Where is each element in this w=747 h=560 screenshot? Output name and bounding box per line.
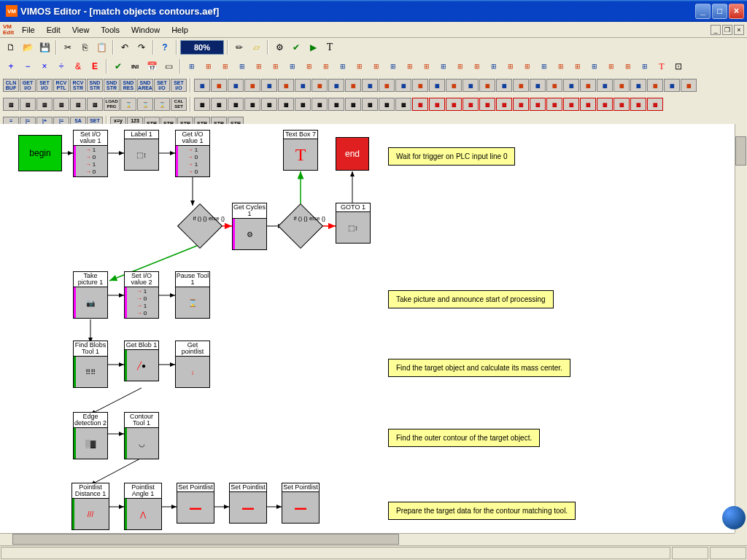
- node-plistangle[interactable]: Pointlist Angle 1⋀: [124, 483, 162, 530]
- mod-grid-23[interactable]: ▦: [580, 79, 596, 92]
- tool-op-6[interactable]: ⊞: [285, 58, 301, 74]
- tool-op-16[interactable]: ⊞: [452, 58, 468, 74]
- t2c-14[interactable]: ▩: [429, 98, 445, 111]
- tool-op-25[interactable]: ⊞: [603, 58, 619, 74]
- node-getcycles[interactable]: Get Cycles 1⚙: [232, 203, 267, 250]
- tool-op-10[interactable]: ⊞: [352, 58, 368, 74]
- mod-grid-14[interactable]: ▦: [429, 79, 445, 92]
- mod-grid-10[interactable]: ▦: [362, 79, 378, 92]
- node-plistdistance[interactable]: Pointlist Distance 1///: [71, 483, 109, 530]
- t2b-1[interactable]: ⌛: [137, 98, 153, 111]
- cut-button[interactable]: ✂: [60, 39, 76, 55]
- t2c-16[interactable]: ▩: [462, 98, 479, 111]
- open-button[interactable]: 📂: [20, 39, 36, 55]
- node-textbox7[interactable]: Text Box 7T: [283, 130, 318, 171]
- settings-button[interactable]: ⚙: [271, 39, 287, 55]
- menu-view[interactable]: View: [66, 24, 96, 36]
- t2c-8[interactable]: ▩: [328, 98, 344, 111]
- mod-grid-24[interactable]: ▦: [597, 79, 613, 92]
- redo-button[interactable]: ↷: [133, 39, 150, 55]
- tool-calendar[interactable]: 📅: [144, 58, 160, 74]
- help-button[interactable]: ?: [157, 39, 173, 55]
- tool-op-23[interactable]: ⊞: [570, 58, 586, 74]
- mdi-close[interactable]: ×: [734, 25, 744, 35]
- t2c-26[interactable]: ▩: [630, 98, 646, 111]
- tool-op-7[interactable]: ⊞: [301, 58, 317, 74]
- t2c-7[interactable]: ▩: [311, 98, 328, 111]
- mod-grid-0[interactable]: ▦: [194, 79, 210, 92]
- tool-op-24[interactable]: ⊞: [587, 58, 603, 74]
- t2-4[interactable]: ▧: [70, 98, 86, 111]
- tool-op-18[interactable]: ⊞: [486, 58, 502, 74]
- t2c-23[interactable]: ▩: [580, 98, 596, 111]
- tool-op-4[interactable]: ⊞: [251, 58, 267, 74]
- tool-sub[interactable]: −: [20, 58, 36, 74]
- t2c-9[interactable]: ▩: [345, 98, 361, 111]
- mod-setio2[interactable]: SETI/O: [154, 79, 170, 92]
- mdi-minimize[interactable]: _: [711, 25, 721, 35]
- t2c-11[interactable]: ▩: [379, 98, 395, 111]
- mod-grid-26[interactable]: ▦: [630, 79, 646, 92]
- mod-grid-1[interactable]: ▦: [211, 79, 227, 92]
- tool-op-1[interactable]: ⊞: [201, 58, 217, 74]
- mod-grid-21[interactable]: ▦: [546, 79, 562, 92]
- tool-mul[interactable]: ×: [36, 58, 53, 74]
- save-button[interactable]: 💾: [36, 39, 53, 55]
- node-setplist2[interactable]: Set Pointlist▬▬: [229, 483, 267, 524]
- menu-help[interactable]: Help: [166, 24, 194, 36]
- node-end[interactable]: end: [336, 137, 369, 171]
- t2c-25[interactable]: ▩: [614, 98, 630, 111]
- tool-op-8[interactable]: ⊞: [318, 58, 334, 74]
- t2c-4[interactable]: ▩: [261, 98, 277, 111]
- t2-3[interactable]: ▧: [53, 98, 69, 111]
- t2-2[interactable]: ▧: [36, 98, 53, 111]
- tool-div[interactable]: ÷: [53, 58, 69, 74]
- mod-grid-5[interactable]: ▦: [278, 79, 294, 92]
- tool-op-0[interactable]: ⊞: [184, 58, 200, 74]
- mod-grid-11[interactable]: ▦: [379, 79, 395, 92]
- paste-button[interactable]: 📋: [93, 39, 109, 55]
- highlight-tool[interactable]: ▱: [248, 39, 264, 55]
- node-contourtool[interactable]: Contour Tool 1◡: [124, 412, 159, 459]
- mod-grid-19[interactable]: ▦: [513, 79, 529, 92]
- tool-op-20[interactable]: ⊞: [519, 58, 535, 74]
- t2c-19[interactable]: ▩: [513, 98, 529, 111]
- t2c-27[interactable]: ▩: [647, 98, 663, 111]
- mod-grid-25[interactable]: ▦: [614, 79, 630, 92]
- t2b-2[interactable]: ⌛: [154, 98, 170, 111]
- tool-ini[interactable]: INI: [127, 58, 143, 74]
- t2c-2[interactable]: ▩: [228, 98, 244, 111]
- mod-calset[interactable]: CALSET: [171, 98, 187, 111]
- tool-op-2[interactable]: ⊞: [217, 58, 233, 74]
- t2b-0[interactable]: ⌛: [120, 98, 136, 111]
- mod-grid-15[interactable]: ▦: [446, 79, 462, 92]
- tool-op-13[interactable]: ⊞: [402, 58, 418, 74]
- t2c-17[interactable]: ▩: [479, 98, 495, 111]
- mod-setio[interactable]: SETI/O: [36, 79, 53, 92]
- vertical-scrollbar[interactable]: [735, 124, 747, 533]
- t2-1[interactable]: ▧: [20, 98, 36, 111]
- tool-op-21[interactable]: ⊞: [536, 58, 552, 74]
- t2c-18[interactable]: ▩: [496, 98, 512, 111]
- node-getblob[interactable]: Get Blob 1╱●: [124, 341, 159, 381]
- mod-grid-22[interactable]: ▦: [563, 79, 579, 92]
- mod-grid-17[interactable]: ▦: [479, 79, 495, 92]
- mod-grid-27[interactable]: ▦: [647, 79, 663, 92]
- mod-grid-8[interactable]: ▦: [328, 79, 344, 92]
- zoom-select[interactable]: 80%: [180, 40, 224, 55]
- maximize-button[interactable]: □: [712, 4, 727, 19]
- t2c-24[interactable]: ▩: [597, 98, 613, 111]
- t2c-3[interactable]: ▩: [244, 98, 260, 111]
- node-ifelse-1[interactable]: if () {} else {}: [177, 203, 222, 249]
- mod-getio[interactable]: GETI/O: [20, 79, 36, 92]
- mod-grid-7[interactable]: ▦: [311, 79, 328, 92]
- mod-grid-2[interactable]: ▦: [228, 79, 244, 92]
- mod-grid-28[interactable]: ▦: [664, 79, 680, 92]
- mod-clnbuf[interactable]: CLNBUF: [3, 79, 19, 92]
- mod-grid-13[interactable]: ▦: [412, 79, 428, 92]
- node-takepicture[interactable]: Take picture 1📷: [73, 271, 108, 319]
- mod-rcvptl[interactable]: RCVPTL: [53, 79, 69, 92]
- t2c-0[interactable]: ▩: [194, 98, 210, 111]
- tool-rect[interactable]: ▭: [160, 58, 177, 74]
- tool-br[interactable]: ⊡: [670, 58, 686, 74]
